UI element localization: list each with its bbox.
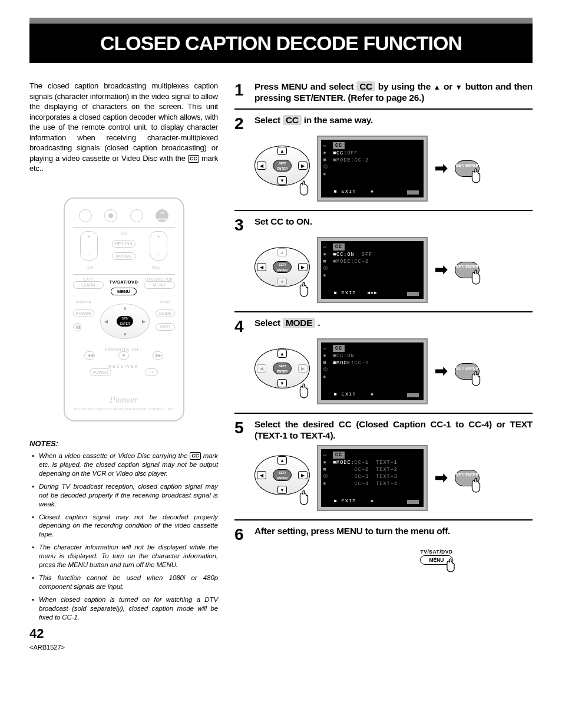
- osd-exit: ■ EXIT: [334, 498, 356, 505]
- remote-dtv-label: DTV/DVD TOP: [144, 277, 175, 281]
- intro-paragraph: The closed caption broadcasting multiple…: [29, 81, 218, 174]
- down-arrow-icon: [455, 81, 462, 91]
- remote-info-button: INFO: [156, 323, 174, 331]
- set-enter-label: SET/ ENTER: [273, 261, 292, 273]
- page-title: CLOSED CAPTION DECODE FUNCTION: [29, 24, 533, 63]
- step-5: 5 Select the desired CC (Closed Caption …: [234, 419, 533, 442]
- page-number: 42: [29, 626, 218, 641]
- remote-learn-button: LEARN: [73, 281, 104, 289]
- step-divider: [234, 413, 533, 414]
- remote-dpad: SET/ ENTER ▲▼◀▶: [100, 304, 150, 339]
- remote-illustration: CH ENTER +− CH RETURN MUTING +− CHVOL: [29, 197, 218, 421]
- dpad-icon: ▲▼◀▶ SET/ ENTER: [254, 455, 310, 501]
- step-4: 4 Select MODE .: [234, 317, 533, 335]
- remote-menu2-button: MENU: [144, 281, 175, 289]
- note-item: When closed caption is turned on for wat…: [39, 595, 218, 622]
- remote-vol-label: VOL: [152, 265, 160, 269]
- note-item: When a video cassette or Video Disc carr…: [39, 452, 218, 478]
- step-title: Press MENU and select CC by using the or…: [254, 81, 533, 104]
- step-title: Select CC in the same way.: [254, 114, 533, 126]
- step-3-figures: ▲▼◀▶ SET/ ENTER ▭◉▦ⓒ◐ CC ■CC:ON OFF ■MOD…: [254, 237, 533, 303]
- step-divider: [234, 519, 533, 521]
- right-arrow-icon: ➡: [435, 362, 448, 380]
- finger-press-icon: [468, 166, 484, 185]
- remote-tvsat-label: TV/SAT: [156, 300, 174, 304]
- menu-mode-label: TV/SAT/DVD: [340, 549, 533, 555]
- finger-press-icon: [296, 381, 312, 400]
- remote-button-generic: [104, 209, 117, 222]
- finger-press-icon: [443, 556, 458, 574]
- finger-press-icon: [468, 475, 484, 495]
- remote-return-button: RETURN: [112, 240, 135, 248]
- set-enter-label: SET/ ENTER: [273, 160, 292, 172]
- set-enter-button-icon: SET/ ENTER: [455, 160, 480, 177]
- step-1: 1 Press MENU and select CC by using the …: [234, 81, 533, 104]
- osd-screen: ▭◉▦ⓒ◐ CC ■CC:OFF ■MODE:CC−2 ■ EXIT ◈: [317, 136, 428, 202]
- remote-set-enter-button: SET/ ENTER: [117, 316, 133, 327]
- finger-press-icon: [296, 487, 312, 507]
- right-arrow-icon: ➡: [435, 159, 448, 177]
- remote-ch-rocker: +−: [80, 231, 98, 261]
- up-arrow-icon: [434, 81, 441, 91]
- step-2-figures: ▲▼◀▶ SET/ ENTER ▭◉▦ⓒ◐ CC ■CC:OFF ■MODE:C…: [254, 136, 533, 202]
- step-title: After setting, press MENU to turn the me…: [254, 525, 533, 536]
- remote-button-generic: [79, 209, 92, 222]
- remote-muting-button: MUTING: [112, 252, 135, 260]
- finger-press-icon: [296, 178, 312, 197]
- osd-exit: ■ EXIT: [334, 289, 356, 297]
- remote-exit-label: EXIT/: [73, 277, 104, 281]
- osd-exit: ■ EXIT: [334, 391, 356, 398]
- note-text: When a video cassette or Video Disc carr…: [39, 452, 190, 459]
- set-enter-button-icon: SET/ ENTER: [455, 470, 480, 486]
- osd-line: ■CC:: [333, 150, 347, 156]
- step-number: 2: [234, 114, 254, 132]
- remote-receiver-label: RECEIVER: [73, 364, 175, 368]
- cc-highlight: CC: [356, 81, 375, 91]
- step-number: 1: [234, 81, 254, 104]
- remote-menu-button: MENU: [111, 288, 137, 295]
- remote-subtitle: PROJECTION MONITOR RECEIVER MASTER CONTR…: [65, 407, 183, 411]
- step-title: Set CC to ON.: [254, 216, 533, 227]
- note-item: This function cannot be used when 1080i …: [39, 574, 218, 591]
- step-number: 5: [234, 419, 254, 442]
- remote-receiver-power: POWER: [90, 368, 111, 376]
- step-divider: [234, 108, 533, 110]
- remote-guide-button: GUIDE: [156, 309, 174, 317]
- remote-button-generic: [130, 209, 143, 222]
- menu-button-figure: TV/SAT/DVD MENU: [340, 549, 533, 565]
- remote-brand-logo: Pioneer: [65, 395, 183, 405]
- osd-screen: ▭◉▦ⓒ◐ CC ■CC:ON ■MODE:CC−2 ■ EXIT ◈: [317, 338, 428, 404]
- finger-press-icon: [468, 267, 484, 286]
- notes-list: When a video cassette or Video Disc carr…: [29, 452, 218, 622]
- osd-exit: ■ EXIT: [334, 188, 356, 195]
- step-number: 6: [234, 525, 254, 543]
- step-4-figures: ▲▼◀▶ SET/ ENTER ▭◉▦ⓒ◐ CC ■CC:ON ■MODE:CC…: [254, 338, 533, 404]
- step-divider: [234, 311, 533, 312]
- cc-mark-icon: CC: [188, 155, 199, 163]
- right-arrow-icon: ➡: [435, 261, 448, 279]
- step-3: 3 Set CC to ON.: [234, 216, 533, 233]
- menu-button-icon: MENU: [420, 555, 452, 565]
- remote-ch-enter-button: CH ENTER: [156, 209, 168, 222]
- step-divider: [234, 210, 533, 211]
- set-enter-button-icon: SET/ ENTER: [455, 363, 480, 380]
- step-number: 4: [234, 317, 254, 335]
- set-enter-label: SET/ ENTER: [273, 363, 292, 374]
- step-number: 3: [234, 216, 254, 233]
- step-5-figures: ▲▼◀▶ SET/ ENTER ▭◉▦ⓒ◐ CC ■MODE:CC−1 TEXT…: [254, 445, 533, 511]
- finger-press-icon: [468, 368, 484, 388]
- remote-power-button: POWER: [73, 309, 94, 317]
- dpad-icon: ▲▼◀▶ SET/ ENTER: [254, 146, 310, 192]
- dpad-icon: ▲▼◀▶ SET/ ENTER: [254, 348, 310, 394]
- remote-vol-rocker: +−: [150, 231, 167, 261]
- osd-screen: ▭◉▦ⓒ◐ CC ■CC:ON OFF ■MODE:CC−2 ■ EXIT ◀◈…: [317, 237, 428, 303]
- osd-screen: ▭◉▦ⓒ◐ CC ■MODE:CC−1 TEXT−1 ■MODE:CC−2 TE…: [317, 445, 428, 511]
- remote-ch-label: CH: [87, 265, 93, 269]
- remote-ch-label: CH: [112, 231, 135, 235]
- dpad-icon: ▲▼◀▶ SET/ ENTER: [254, 247, 310, 293]
- cc-mark-icon: CC: [190, 452, 201, 460]
- set-enter-button-icon: SET/ ENTER: [455, 262, 480, 278]
- step-6: 6 After setting, press MENU to turn the …: [234, 525, 533, 543]
- osd-header: CC: [333, 142, 345, 149]
- osd-header: CC: [333, 452, 345, 459]
